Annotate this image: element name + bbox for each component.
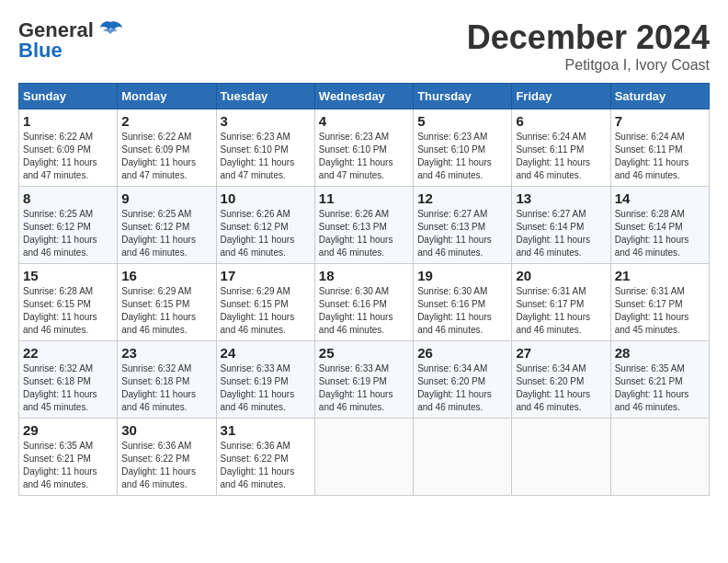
day-info: Sunrise: 6:31 AM Sunset: 6:17 PM Dayligh… — [615, 285, 705, 337]
calendar-cell: 5Sunrise: 6:23 AM Sunset: 6:10 PM Daylig… — [414, 109, 512, 187]
day-number: 26 — [417, 345, 507, 361]
weekday-header-tuesday: Tuesday — [216, 84, 314, 109]
logo-bird-icon — [97, 20, 123, 40]
day-info: Sunrise: 6:24 AM Sunset: 6:11 PM Dayligh… — [516, 131, 606, 182]
day-number: 19 — [417, 268, 507, 283]
weekday-header-monday: Monday — [118, 84, 216, 109]
day-number: 21 — [615, 268, 705, 283]
day-info: Sunrise: 6:34 AM Sunset: 6:20 PM Dayligh… — [516, 362, 606, 414]
calendar-week-1: 1Sunrise: 6:22 AM Sunset: 6:09 PM Daylig… — [19, 109, 710, 187]
day-number: 18 — [319, 268, 409, 283]
calendar-cell: 3Sunrise: 6:23 AM Sunset: 6:10 PM Daylig… — [216, 109, 314, 187]
calendar-cell — [414, 419, 512, 496]
calendar-week-5: 29Sunrise: 6:35 AM Sunset: 6:21 PM Dayli… — [19, 419, 710, 496]
calendar-cell: 23Sunrise: 6:32 AM Sunset: 6:18 PM Dayli… — [118, 341, 216, 419]
day-info: Sunrise: 6:35 AM Sunset: 6:21 PM Dayligh… — [615, 362, 705, 414]
calendar-cell: 1Sunrise: 6:22 AM Sunset: 6:09 PM Daylig… — [19, 109, 118, 187]
day-info: Sunrise: 6:26 AM Sunset: 6:12 PM Dayligh… — [221, 208, 311, 259]
day-info: Sunrise: 6:23 AM Sunset: 6:10 PM Dayligh… — [221, 131, 311, 182]
day-number: 13 — [516, 190, 606, 206]
day-info: Sunrise: 6:23 AM Sunset: 6:10 PM Dayligh… — [319, 131, 409, 182]
day-info: Sunrise: 6:27 AM Sunset: 6:13 PM Dayligh… — [417, 208, 507, 259]
logo: General Blue — [18, 18, 123, 63]
weekday-header-thursday: Thursday — [414, 84, 512, 109]
calendar-cell: 25Sunrise: 6:33 AM Sunset: 6:19 PM Dayli… — [314, 341, 413, 419]
calendar-cell: 2Sunrise: 6:22 AM Sunset: 6:09 PM Daylig… — [118, 109, 216, 187]
day-number: 20 — [516, 268, 606, 283]
day-info: Sunrise: 6:31 AM Sunset: 6:17 PM Dayligh… — [516, 285, 606, 337]
weekday-header-sunday: Sunday — [19, 84, 118, 109]
day-number: 5 — [417, 113, 507, 129]
day-info: Sunrise: 6:25 AM Sunset: 6:12 PM Dayligh… — [23, 208, 113, 259]
calendar-cell: 31Sunrise: 6:36 AM Sunset: 6:22 PM Dayli… — [216, 419, 314, 496]
calendar-cell: 19Sunrise: 6:30 AM Sunset: 6:16 PM Dayli… — [414, 264, 512, 341]
day-number: 12 — [417, 190, 507, 206]
day-number: 24 — [221, 345, 311, 361]
calendar-cell: 12Sunrise: 6:27 AM Sunset: 6:13 PM Dayli… — [414, 187, 512, 264]
day-number: 17 — [221, 268, 311, 283]
calendar-cell: 20Sunrise: 6:31 AM Sunset: 6:17 PM Dayli… — [512, 264, 610, 341]
day-info: Sunrise: 6:23 AM Sunset: 6:10 PM Dayligh… — [417, 131, 507, 182]
calendar-cell: 29Sunrise: 6:35 AM Sunset: 6:21 PM Dayli… — [19, 419, 118, 496]
calendar-cell — [512, 419, 610, 496]
day-info: Sunrise: 6:22 AM Sunset: 6:09 PM Dayligh… — [23, 131, 113, 182]
calendar-cell: 4Sunrise: 6:23 AM Sunset: 6:10 PM Daylig… — [314, 109, 413, 187]
day-info: Sunrise: 6:33 AM Sunset: 6:19 PM Dayligh… — [221, 362, 311, 414]
calendar-cell: 17Sunrise: 6:29 AM Sunset: 6:15 PM Dayli… — [216, 264, 314, 341]
day-info: Sunrise: 6:30 AM Sunset: 6:16 PM Dayligh… — [417, 285, 507, 337]
day-info: Sunrise: 6:25 AM Sunset: 6:12 PM Dayligh… — [121, 208, 211, 259]
day-number: 4 — [319, 113, 409, 129]
day-number: 28 — [615, 345, 705, 361]
day-info: Sunrise: 6:28 AM Sunset: 6:14 PM Dayligh… — [615, 208, 705, 259]
day-number: 15 — [23, 268, 113, 283]
calendar-cell: 26Sunrise: 6:34 AM Sunset: 6:20 PM Dayli… — [414, 341, 512, 419]
day-info: Sunrise: 6:22 AM Sunset: 6:09 PM Dayligh… — [121, 131, 211, 182]
day-number: 8 — [23, 190, 113, 206]
calendar-cell: 24Sunrise: 6:33 AM Sunset: 6:19 PM Dayli… — [216, 341, 314, 419]
day-number: 7 — [615, 113, 705, 129]
calendar-cell: 15Sunrise: 6:28 AM Sunset: 6:15 PM Dayli… — [19, 264, 118, 341]
day-info: Sunrise: 6:33 AM Sunset: 6:19 PM Dayligh… — [319, 362, 409, 414]
day-info: Sunrise: 6:35 AM Sunset: 6:21 PM Dayligh… — [23, 440, 113, 491]
calendar-cell: 11Sunrise: 6:26 AM Sunset: 6:13 PM Dayli… — [314, 187, 413, 264]
day-number: 29 — [23, 422, 113, 438]
day-info: Sunrise: 6:28 AM Sunset: 6:15 PM Dayligh… — [23, 285, 113, 337]
day-info: Sunrise: 6:27 AM Sunset: 6:14 PM Dayligh… — [516, 208, 606, 259]
day-number: 6 — [516, 113, 606, 129]
calendar-cell: 18Sunrise: 6:30 AM Sunset: 6:16 PM Dayli… — [314, 264, 413, 341]
calendar-cell: 30Sunrise: 6:36 AM Sunset: 6:22 PM Dayli… — [118, 419, 216, 496]
weekday-header-wednesday: Wednesday — [314, 84, 413, 109]
calendar-cell: 14Sunrise: 6:28 AM Sunset: 6:14 PM Dayli… — [610, 187, 709, 264]
day-info: Sunrise: 6:29 AM Sunset: 6:15 PM Dayligh… — [121, 285, 211, 337]
day-number: 14 — [615, 190, 705, 206]
day-info: Sunrise: 6:34 AM Sunset: 6:20 PM Dayligh… — [417, 362, 507, 414]
day-number: 3 — [221, 113, 311, 129]
calendar-cell: 10Sunrise: 6:26 AM Sunset: 6:12 PM Dayli… — [216, 187, 314, 264]
day-number: 10 — [221, 190, 311, 206]
calendar-cell: 9Sunrise: 6:25 AM Sunset: 6:12 PM Daylig… — [118, 187, 216, 264]
day-number: 9 — [121, 190, 211, 206]
title-block: December 2024 Petitgoa I, Ivory Coast — [467, 18, 710, 74]
location-subtitle: Petitgoa I, Ivory Coast — [467, 57, 710, 74]
calendar-table: SundayMondayTuesdayWednesdayThursdayFrid… — [18, 83, 710, 496]
calendar-week-3: 15Sunrise: 6:28 AM Sunset: 6:15 PM Dayli… — [19, 264, 710, 341]
day-number: 1 — [23, 113, 113, 129]
calendar-cell: 22Sunrise: 6:32 AM Sunset: 6:18 PM Dayli… — [19, 341, 118, 419]
calendar-cell: 27Sunrise: 6:34 AM Sunset: 6:20 PM Dayli… — [512, 341, 610, 419]
calendar-cell: 7Sunrise: 6:24 AM Sunset: 6:11 PM Daylig… — [610, 109, 709, 187]
day-info: Sunrise: 6:32 AM Sunset: 6:18 PM Dayligh… — [23, 362, 113, 414]
day-number: 16 — [121, 268, 211, 283]
day-number: 27 — [516, 345, 606, 361]
day-info: Sunrise: 6:30 AM Sunset: 6:16 PM Dayligh… — [319, 285, 409, 337]
day-info: Sunrise: 6:26 AM Sunset: 6:13 PM Dayligh… — [319, 208, 409, 259]
calendar-cell: 16Sunrise: 6:29 AM Sunset: 6:15 PM Dayli… — [118, 264, 216, 341]
month-title: December 2024 — [467, 18, 710, 57]
day-number: 31 — [221, 422, 311, 438]
page-header: General Blue December 2024 Petitgoa I, I… — [18, 18, 710, 74]
calendar-cell — [610, 419, 709, 496]
day-number: 23 — [121, 345, 211, 361]
calendar-week-2: 8Sunrise: 6:25 AM Sunset: 6:12 PM Daylig… — [19, 187, 710, 264]
day-info: Sunrise: 6:24 AM Sunset: 6:11 PM Dayligh… — [615, 131, 705, 182]
day-info: Sunrise: 6:36 AM Sunset: 6:22 PM Dayligh… — [221, 440, 311, 491]
logo-blue-text: Blue — [18, 39, 63, 63]
